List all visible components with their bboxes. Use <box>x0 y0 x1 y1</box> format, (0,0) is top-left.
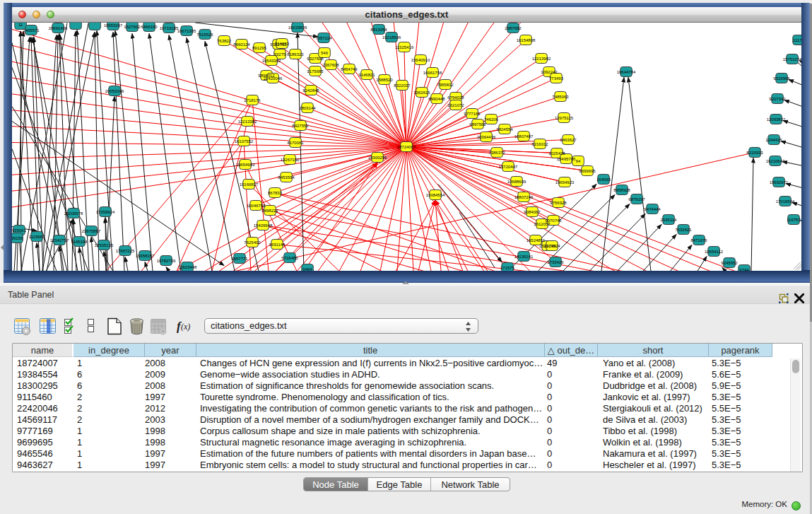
svg-text:9227342: 9227342 <box>769 96 786 100</box>
svg-text:9146821: 9146821 <box>358 72 375 76</box>
svg-text:2987682: 2987682 <box>505 25 522 30</box>
svg-text:20053346: 20053346 <box>105 88 124 93</box>
svg-text:7955812: 7955812 <box>437 82 454 86</box>
svg-text:11325419: 11325419 <box>395 45 414 49</box>
svg-text:9329966: 9329966 <box>773 76 790 80</box>
svg-text:546: 546 <box>321 50 329 54</box>
svg-text:12975115: 12975115 <box>555 115 574 119</box>
svg-text:6879197: 6879197 <box>628 197 645 201</box>
svg-text:16671385: 16671385 <box>177 28 196 33</box>
svg-text:16961758: 16961758 <box>423 70 442 74</box>
svg-text:8186323: 8186323 <box>287 52 304 56</box>
svg-text:9242848: 9242848 <box>302 88 319 92</box>
svg-text:9744: 9744 <box>739 267 749 270</box>
svg-text:8813054: 8813054 <box>370 27 387 31</box>
svg-text:10719185: 10719185 <box>160 25 179 30</box>
svg-text:16107552: 16107552 <box>235 139 254 143</box>
svg-text:8958928: 8958928 <box>613 187 630 192</box>
svg-text:10688609: 10688609 <box>507 179 526 183</box>
svg-text:93275: 93275 <box>274 52 286 56</box>
svg-text:7485063: 7485063 <box>552 94 569 98</box>
svg-text:6466160: 6466160 <box>141 24 158 28</box>
svg-text:10046758: 10046758 <box>247 203 266 207</box>
svg-text:39159: 39159 <box>12 235 23 240</box>
svg-text:3824554: 3824554 <box>496 127 513 131</box>
svg-text:9657771: 9657771 <box>231 256 248 260</box>
svg-text:23975867: 23975867 <box>82 228 101 233</box>
svg-text:15495786: 15495786 <box>557 156 576 160</box>
svg-text:7357224: 7357224 <box>315 35 332 40</box>
svg-text:6897568: 6897568 <box>469 122 486 126</box>
svg-text:9777169: 9777169 <box>464 111 481 115</box>
svg-text:18300295: 18300295 <box>368 155 387 159</box>
svg-text:867833: 867833 <box>268 190 283 194</box>
svg-text:1691144: 1691144 <box>269 242 286 246</box>
svg-text:2935114: 2935114 <box>661 217 678 221</box>
svg-text:9756928: 9756928 <box>550 200 567 204</box>
svg-text:10807487: 10807487 <box>514 134 534 138</box>
svg-text:16033809: 16033809 <box>288 25 307 29</box>
svg-text:15640910: 15640910 <box>411 57 430 62</box>
svg-text:18807249: 18807249 <box>514 194 534 199</box>
svg-text:19384554: 19384554 <box>426 192 445 197</box>
svg-text:8454749: 8454749 <box>341 66 358 71</box>
svg-text:22420046: 22420046 <box>264 76 283 80</box>
svg-text:5716485: 5716485 <box>281 255 298 259</box>
svg-text:16154808: 16154808 <box>517 37 536 42</box>
svg-text:746206: 746206 <box>484 117 499 121</box>
svg-text:1527602: 1527602 <box>124 24 141 28</box>
svg-text:935061: 935061 <box>12 228 27 232</box>
svg-text:16524851: 16524851 <box>526 238 546 242</box>
svg-text:15409948: 15409948 <box>254 223 273 227</box>
svg-text:9327508: 9327508 <box>307 56 324 60</box>
svg-text:15692971: 15692971 <box>770 180 789 184</box>
svg-text:17359924: 17359924 <box>96 209 115 214</box>
svg-text:19654983: 19654983 <box>236 162 255 166</box>
svg-text:9070746: 9070746 <box>545 218 562 222</box>
svg-text:64: 64 <box>576 158 581 163</box>
svg-text:8498222: 8498222 <box>261 208 278 212</box>
svg-text:4170061: 4170061 <box>287 140 304 144</box>
svg-text:19958157: 19958157 <box>136 253 155 257</box>
svg-text:18724007: 18724007 <box>397 144 416 148</box>
svg-text:171575: 171575 <box>500 265 515 269</box>
svg-text:11: 11 <box>18 23 23 27</box>
svg-text:20364436: 20364436 <box>477 134 496 139</box>
svg-text:19654923: 19654923 <box>555 180 575 184</box>
svg-text:8990448: 8990448 <box>428 96 445 100</box>
svg-text:763822: 763822 <box>217 38 232 42</box>
svg-text:12093832: 12093832 <box>767 117 786 121</box>
svg-text:116753: 116753 <box>787 217 801 221</box>
svg-text:8427552: 8427552 <box>292 123 309 127</box>
svg-text:9699695: 9699695 <box>579 168 596 173</box>
svg-text:7386372: 7386372 <box>488 150 505 154</box>
svg-text:12213382: 12213382 <box>238 119 257 123</box>
svg-text:20691406: 20691406 <box>49 25 68 30</box>
svg-text:1092242: 1092242 <box>541 69 558 74</box>
svg-text:12923448: 12923448 <box>178 264 197 269</box>
svg-text:19166827: 19166827 <box>240 182 259 186</box>
svg-text:7632621: 7632621 <box>675 227 692 231</box>
svg-text:8453594: 8453594 <box>278 175 295 179</box>
svg-text:1733426: 1733426 <box>547 259 564 264</box>
svg-text:6216012: 6216012 <box>531 141 548 146</box>
svg-text:15720407: 15720407 <box>499 164 518 168</box>
svg-text:12505135: 12505135 <box>95 243 114 247</box>
svg-text:13267150: 13267150 <box>281 157 300 161</box>
svg-text:11171: 11171 <box>793 37 801 42</box>
svg-text:17016504: 17016504 <box>776 199 795 203</box>
svg-text:8215933: 8215933 <box>746 150 763 154</box>
svg-text:891295: 891295 <box>252 45 267 49</box>
svg-text:816053: 816053 <box>275 41 290 45</box>
svg-text:1115682: 1115682 <box>29 234 45 238</box>
svg-text:12213982: 12213982 <box>532 56 551 60</box>
svg-text:1913524: 1913524 <box>543 243 560 247</box>
svg-text:1145194: 1145194 <box>71 239 88 243</box>
svg-text:16782759: 16782759 <box>157 258 176 262</box>
svg-text:2803144: 2803144 <box>299 105 316 110</box>
svg-text:17957225: 17957225 <box>116 248 135 252</box>
svg-text:19218506: 19218506 <box>382 35 401 39</box>
svg-text:1362615: 1362615 <box>413 90 430 94</box>
svg-text:10654112: 10654112 <box>705 249 724 253</box>
svg-text:8322037: 8322037 <box>394 83 411 87</box>
